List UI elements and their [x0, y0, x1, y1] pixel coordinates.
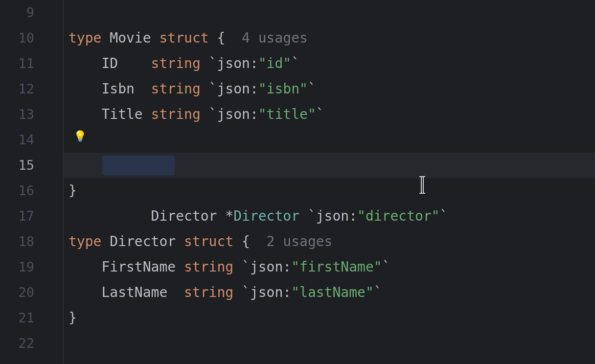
line-number: 9: [0, 0, 63, 25]
keyword-struct: struct: [159, 30, 208, 46]
line-number: 12: [0, 76, 63, 102]
json-key: "lastName": [291, 284, 374, 300]
json-key: "title": [258, 106, 316, 122]
type-string: string: [151, 55, 201, 71]
type-string: string: [151, 106, 201, 122]
code-line[interactable]: Title string `json:"title"`: [64, 102, 595, 127]
json-key: "firstName": [291, 259, 382, 275]
keyword-type: type: [69, 233, 101, 250]
keyword-struct: struct: [184, 233, 233, 250]
type-identifier: Movie: [110, 30, 151, 46]
line-number: 20: [0, 280, 63, 305]
keyword-type: type: [69, 30, 101, 46]
line-number: 11: [0, 51, 63, 76]
code-line[interactable]: [64, 204, 595, 229]
code-line[interactable]: type Director struct { 2 usages: [64, 229, 595, 254]
struct-tag-close: `: [316, 106, 324, 122]
struct-tag-close: `: [291, 55, 299, 71]
code-line[interactable]: type Movie struct { 4 usages: [64, 25, 595, 51]
json-key: "isbn": [258, 81, 308, 97]
type-string: string: [184, 259, 233, 275]
line-number: 14: [0, 127, 63, 153]
struct-tag: `json:: [242, 284, 291, 300]
line-number: 19: [0, 254, 63, 280]
struct-tag: `json:: [209, 81, 258, 97]
code-line[interactable]: [64, 0, 595, 25]
type-string: string: [184, 284, 233, 300]
code-line[interactable]: LastName string `json:"lastName"`: [64, 280, 595, 305]
brace-close: }: [69, 310, 77, 326]
line-number: 22: [0, 331, 63, 356]
line-number: 21: [0, 305, 63, 331]
code-line[interactable]: [64, 127, 595, 153]
code-line-current[interactable]: Director *Director `json:"director"`: [64, 153, 595, 178]
line-number-current: 15: [0, 153, 63, 178]
code-line[interactable]: ID string `json:"id"`: [64, 51, 595, 76]
usage-hint[interactable]: 2 usages: [267, 233, 333, 250]
field-name: ID: [101, 55, 118, 71]
struct-tag: `json:: [209, 106, 258, 122]
struct-tag-close: `: [382, 259, 390, 275]
line-number-gutter: 9 10 11 12 13 14 15 16 17 18 19 20 21 22: [0, 0, 64, 364]
struct-tag-close: `: [374, 284, 382, 300]
line-number: 17: [0, 204, 63, 229]
field-name: FirstName: [101, 259, 176, 275]
brace-open: {: [242, 233, 250, 250]
text-cursor-icon: [421, 176, 422, 196]
line-number: 13: [0, 102, 63, 127]
type-string: string: [151, 81, 201, 97]
brace-open: {: [217, 30, 225, 46]
struct-tag-close: `: [308, 81, 316, 97]
type-identifier: Director: [110, 233, 176, 250]
code-line[interactable]: Isbn string `json:"isbn"`: [64, 76, 595, 102]
brace-close: }: [69, 182, 77, 199]
field-name: LastName: [101, 284, 167, 300]
field-name: Isbn: [101, 81, 134, 97]
code-editor[interactable]: 9 10 11 12 13 14 15 16 17 18 19 20 21 22…: [0, 0, 595, 364]
struct-tag: `json:: [209, 55, 258, 71]
code-line[interactable]: [64, 331, 595, 356]
line-number: 10: [0, 25, 63, 51]
struct-tag: `json:: [242, 259, 291, 275]
json-key: "id": [258, 55, 291, 71]
field-name: Title: [101, 106, 142, 122]
line-number: 16: [0, 178, 63, 204]
identifier-highlight: [102, 156, 175, 175]
code-line[interactable]: }: [64, 178, 595, 204]
code-line[interactable]: FirstName string `json:"firstName"`: [64, 254, 595, 280]
line-number: 18: [0, 229, 63, 254]
usage-hint[interactable]: 4 usages: [242, 30, 308, 46]
code-area[interactable]: 💡 type Movie struct { 4 usages ID string…: [64, 0, 595, 364]
code-line[interactable]: }: [64, 305, 595, 331]
